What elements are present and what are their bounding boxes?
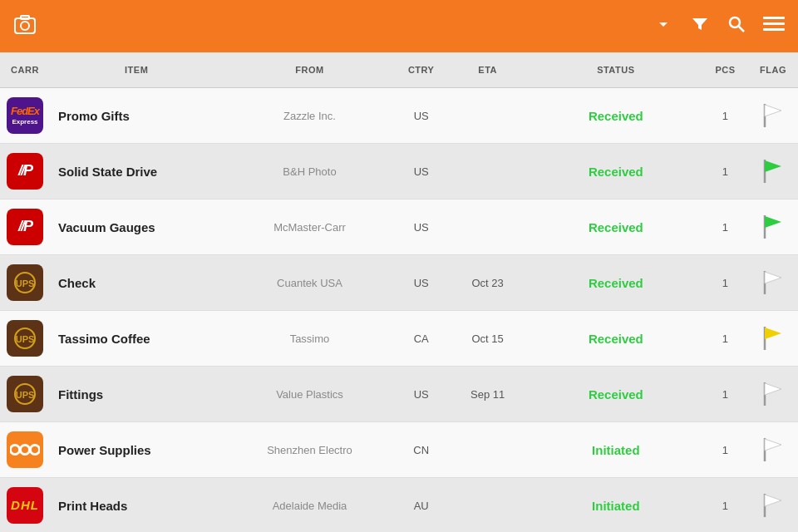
carrier-logo-cell: DHL [0,482,50,529]
status-cell: Received [530,332,702,346]
status-cell: Received [530,387,702,401]
flag-cell[interactable] [748,492,798,519]
svg-text:UPS: UPS [16,278,35,288]
table-row[interactable]: //P Solid State Drive B&H Photo US Recei… [0,144,798,200]
header-left-icons [13,12,37,41]
col-status: STATUS [530,65,702,75]
status-cell: Received [530,276,702,290]
carrier-logo-cell: UPS [0,371,50,417]
svg-rect-0 [15,18,35,33]
camera-icon[interactable] [13,12,37,41]
carrier-logo-cell [0,426,50,473]
status-cell: Received [530,109,702,123]
header-right-icons [653,14,785,39]
item-cell: Print Heads [50,499,223,513]
flag-cell[interactable] [748,381,798,407]
status-cell: Initiated [530,443,702,457]
from-cell: McMaster-Carr [223,221,396,234]
table-body: FedEx Express Promo Gifts Zazzle Inc. US… [0,88,798,532]
pcs-cell: 1 [702,221,748,234]
pcs-cell: 1 [702,444,748,456]
status-cell: Initiated [530,499,702,513]
pcs-cell: 1 [702,388,748,401]
item-cell: Fittings [50,387,223,401]
svg-point-29 [22,446,28,453]
ctry-cell: US [397,388,446,401]
chevron-down-icon[interactable] [653,14,673,39]
carrier-logo-cell: UPS [0,259,50,306]
pcs-cell: 1 [702,332,748,345]
ctry-cell: US [397,110,446,122]
item-cell: Check [50,276,223,290]
table-header: CARR ITEM FROM CTRY ETA STATUS PCS FLAG [0,52,798,88]
ctry-cell: CA [397,332,446,345]
table-row[interactable]: UPS Check Cuantek USA US Oct 23 Received… [0,255,798,311]
from-cell: Shenzhen Electro [223,444,396,456]
eta-cell: Oct 23 [446,277,530,289]
item-cell: Tassimo Coffee [50,332,223,346]
svg-text:UPS: UPS [16,334,35,344]
item-cell: Solid State Drive [50,165,223,179]
svg-marker-35 [765,495,781,506]
from-cell: Tassimo [223,332,396,345]
carrier-logo-cell: FedEx Express [0,92,50,139]
from-cell: Adelaide Media [223,500,396,512]
search-icon[interactable] [727,14,746,39]
item-cell: Vacuum Gauges [50,220,223,234]
ctry-cell: CN [397,444,446,456]
svg-rect-6 [763,22,785,25]
svg-rect-7 [763,28,785,31]
table-row[interactable]: DHL Print Heads Adelaide Media AU Initia… [0,478,798,532]
col-from: FROM [223,65,396,75]
ctry-cell: US [397,165,446,178]
svg-line-4 [739,27,744,32]
from-cell: Value Plastics [223,388,396,401]
svg-marker-17 [765,272,781,283]
from-cell: Zazzle Inc. [223,110,396,122]
table-row[interactable]: //P Vacuum Gauges McMaster-Carr US Recei… [0,200,798,255]
svg-marker-13 [765,216,781,228]
ctry-cell: AU [397,500,446,512]
header-title [37,13,653,40]
pcs-cell: 1 [702,110,748,122]
svg-point-27 [12,446,18,453]
table-row[interactable]: UPS Fittings Value Plastics US Sep 11 Re… [0,367,798,422]
filter-icon[interactable] [690,14,710,39]
flag-cell[interactable] [748,436,798,463]
flag-cell[interactable] [748,158,798,185]
col-carr: CARR [0,65,50,75]
flag-cell[interactable] [748,214,798,240]
carrier-logo-cell: //P [0,204,50,250]
menu-icon[interactable] [763,14,785,39]
svg-point-1 [21,22,29,30]
pcs-cell: 1 [702,165,748,178]
col-pcs: PCS [702,65,748,75]
pcs-cell: 1 [702,277,748,289]
carrier-logo-cell: //P [0,148,50,195]
table-row[interactable]: Power Supplies Shenzhen Electro CN Initi… [0,422,798,478]
header [0,0,798,52]
svg-marker-9 [765,105,781,116]
col-ctry: CTRY [397,65,446,75]
svg-marker-11 [765,160,781,172]
svg-rect-5 [763,17,785,19]
item-cell: Promo Gifts [50,109,223,123]
carrier-logo-cell: UPS [0,315,50,362]
svg-marker-21 [765,328,781,339]
pcs-cell: 1 [702,500,748,512]
col-item: ITEM [50,65,223,75]
flag-cell[interactable] [748,269,798,296]
ctry-cell: US [397,221,446,234]
status-cell: Received [530,165,702,179]
from-cell: B&H Photo [223,165,396,178]
table-row[interactable]: UPS Tassimo Coffee Tassimo CA Oct 15 Rec… [0,311,798,367]
ctry-cell: US [397,277,446,289]
eta-cell: Oct 15 [446,332,530,345]
svg-point-31 [32,446,38,453]
flag-cell[interactable] [748,102,798,129]
svg-marker-33 [765,439,781,451]
table-row[interactable]: FedEx Express Promo Gifts Zazzle Inc. US… [0,88,798,144]
col-eta: ETA [446,65,530,75]
svg-text:UPS: UPS [16,390,35,400]
flag-cell[interactable] [748,325,798,352]
